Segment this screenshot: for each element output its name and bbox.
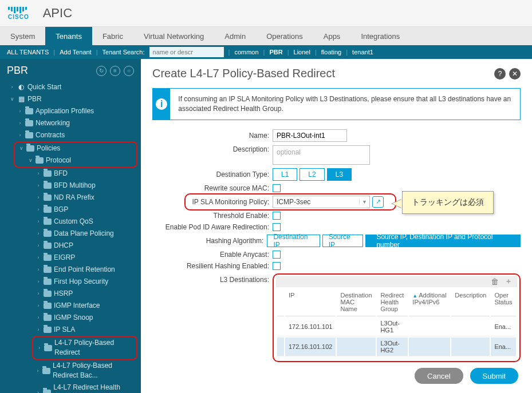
tree-custom-qos[interactable]: ›Custom QoS	[6, 216, 141, 228]
tenant-search-label: Tenant Search:	[103, 49, 145, 55]
rewrite-mac-label: Rewrite source MAC:	[152, 184, 273, 192]
cancel-button[interactable]: Cancel	[415, 368, 463, 384]
tab-tenants[interactable]: Tenants	[45, 27, 92, 45]
tenant-link-common[interactable]: common	[234, 49, 258, 55]
help-icon[interactable]: ?	[494, 68, 506, 80]
tenant-link-lionel[interactable]: Lionel	[294, 49, 310, 55]
name-label: Name:	[152, 132, 273, 140]
app-name: APIC	[43, 6, 72, 21]
tree-nd-ra-prefix[interactable]: ›ND RA Prefix	[6, 192, 141, 204]
tree-bgp[interactable]: ›BGP	[6, 204, 141, 216]
add-icon[interactable]: ＋	[505, 276, 513, 287]
th-rhg[interactable]: Redirect Health Group	[377, 288, 408, 316]
callout-tail-fill	[392, 199, 403, 208]
tree-l4l7-pbr-backup[interactable]: ›L4-L7 Policy-Based Redirect Bac...	[6, 360, 141, 382]
tree-app-profiles[interactable]: ›Application Profiles	[6, 105, 141, 117]
tenant-search-input[interactable]	[149, 47, 224, 57]
sidebar-title: PBR	[7, 65, 28, 77]
th-ip[interactable]: IP	[285, 288, 336, 316]
pod-aware-checkbox[interactable]	[273, 223, 281, 231]
th-addl[interactable]: ▲Additional IPv4/IPv6	[409, 288, 450, 316]
close-icon[interactable]: ✕	[509, 68, 521, 80]
dest-type-l1[interactable]: L1	[273, 168, 297, 181]
l3-destinations-label: L3 Destinations:	[152, 273, 273, 284]
tenant-link-pbr[interactable]: PBR	[269, 49, 282, 55]
sidebar-action-3-icon[interactable]: ○	[124, 66, 134, 76]
sla-policy-select[interactable]: ICMP-3sec ▾	[273, 196, 370, 208]
tree-igmp-snoop[interactable]: ›IGMP Snoop	[6, 312, 141, 324]
description-label: Description:	[152, 145, 273, 153]
tree-quick-start[interactable]: ›◐Quick Start	[6, 81, 141, 93]
add-tenant-link[interactable]: Add Tenant	[60, 49, 91, 55]
l3-destinations-box: 🗑 ＋ IP Destination MAC Name Redirect Hea…	[273, 273, 521, 362]
name-input[interactable]	[273, 129, 347, 142]
delete-icon[interactable]: 🗑	[491, 277, 499, 286]
panel-title: Create L4-L7 Policy-Based Redirect	[152, 67, 335, 80]
tree-data-plane-policing[interactable]: ›Data Plane Policing	[6, 228, 141, 240]
sla-policy-label: IP SLA Monitoring Policy:	[152, 198, 273, 206]
pod-aware-label: Enable Pod ID Aware Redirection:	[152, 223, 273, 231]
tenant-link-floating[interactable]: floating	[321, 49, 341, 55]
tree-contracts[interactable]: ›Contracts	[6, 129, 141, 141]
sidebar-action-1-icon[interactable]: ↻	[96, 66, 107, 76]
hash-dest-ip[interactable]: Destination IP	[267, 235, 320, 247]
tree-first-hop-security[interactable]: ›First Hop Security	[6, 276, 141, 288]
tree-l4l7-pbr[interactable]: ›L4-L7 Policy-Based Redirect	[33, 337, 136, 359]
resilient-checkbox[interactable]	[273, 262, 281, 270]
anycast-label: Enable Anycast:	[152, 251, 273, 259]
main-tabs: System Tenants Fabric Virtual Networking…	[0, 27, 532, 45]
tree-protocol[interactable]: ∨Protocol	[15, 154, 136, 166]
th-mac[interactable]: Destination MAC Name	[337, 288, 376, 316]
chevron-down-icon: ▾	[359, 199, 369, 205]
tab-operations[interactable]: Operations	[256, 27, 313, 45]
tree-policies[interactable]: ∨Policies	[15, 142, 136, 154]
sidebar-action-2-icon[interactable]: ≡	[110, 66, 120, 76]
tree-ip-sla[interactable]: ›IP SLA	[6, 324, 141, 336]
tree-endpoint-retention[interactable]: ›End Point Retention	[6, 264, 141, 276]
l3-destinations-table: IP Destination MAC Name Redirect Health …	[276, 287, 517, 358]
dest-type-label: Destination Type:	[152, 170, 273, 178]
tree-l4l7-redirect-health[interactable]: ›L4-L7 Redirect Health Groups	[6, 382, 141, 393]
tab-system[interactable]: System	[0, 27, 45, 45]
submit-button[interactable]: Submit	[470, 368, 518, 384]
tree-eigrp[interactable]: ›EIGRP	[6, 252, 141, 264]
table-row[interactable]: 172.16.101.101 L3Out-HG1 Ena...	[277, 317, 516, 336]
info-icon: i	[153, 89, 170, 120]
tab-fabric[interactable]: Fabric	[92, 27, 133, 45]
tree-root-pbr[interactable]: ∨▦PBR	[6, 93, 141, 105]
sidebar: PBR ↻ ≡ ○ ›◐Quick Start ∨▦PBR ›Applicati…	[0, 59, 141, 393]
tab-virtual-networking[interactable]: Virtual Networking	[133, 27, 214, 45]
tab-integrations[interactable]: Integrations	[350, 27, 410, 45]
tree-networking[interactable]: ›Networking	[6, 117, 141, 129]
hashing-label: Hashing Algorithm:	[152, 237, 267, 245]
cisco-logo: CISCO	[8, 7, 29, 20]
anycast-checkbox[interactable]	[273, 251, 281, 259]
callout-note: トラッキングは必須	[402, 191, 494, 214]
th-oper[interactable]: Oper Status	[491, 288, 516, 316]
tree-igmp-interface[interactable]: ›IGMP Interface	[6, 300, 141, 312]
resilient-label: Resilient Hashing Enabled:	[152, 262, 273, 270]
info-message: If consuming an IP SLA Monitoring Policy…	[170, 89, 520, 120]
tenant-link-tenant1[interactable]: tenant1	[352, 49, 373, 55]
hash-source-ip[interactable]: Source IP	[322, 235, 364, 247]
tab-apps[interactable]: Apps	[313, 27, 351, 45]
tenant-sub-bar: ALL TENANTS | Add Tenant | Tenant Search…	[0, 45, 532, 59]
threshold-checkbox[interactable]	[273, 212, 281, 220]
dest-type-l2[interactable]: L2	[300, 168, 324, 181]
tree-dhcp[interactable]: ›DHCP	[6, 240, 141, 252]
dest-type-l3[interactable]: L3	[327, 168, 352, 181]
tab-admin[interactable]: Admin	[214, 27, 256, 45]
brand-bar: CISCO APIC	[0, 0, 532, 27]
tree-hsrp[interactable]: ›HSRP	[6, 288, 141, 300]
sla-policy-link-icon[interactable]: ↗	[372, 196, 384, 208]
description-input[interactable]: optional	[273, 145, 370, 165]
info-banner: i If consuming an IP SLA Monitoring Poli…	[152, 88, 521, 120]
all-tenants-link[interactable]: ALL TENANTS	[7, 49, 49, 55]
th-desc[interactable]: Description	[451, 288, 490, 316]
threshold-label: Threshold Enable:	[152, 212, 273, 220]
tree-bfd[interactable]: ›BFD	[6, 168, 141, 180]
hash-src-dst-proto[interactable]: Source IP, Destination IP and Protocol n…	[365, 235, 521, 247]
table-row[interactable]: 172.16.101.102 L3Out-HG2 Ena...	[277, 338, 516, 356]
tree-bfd-multihop[interactable]: ›BFD Multihop	[6, 180, 141, 192]
rewrite-mac-checkbox[interactable]	[273, 184, 281, 192]
